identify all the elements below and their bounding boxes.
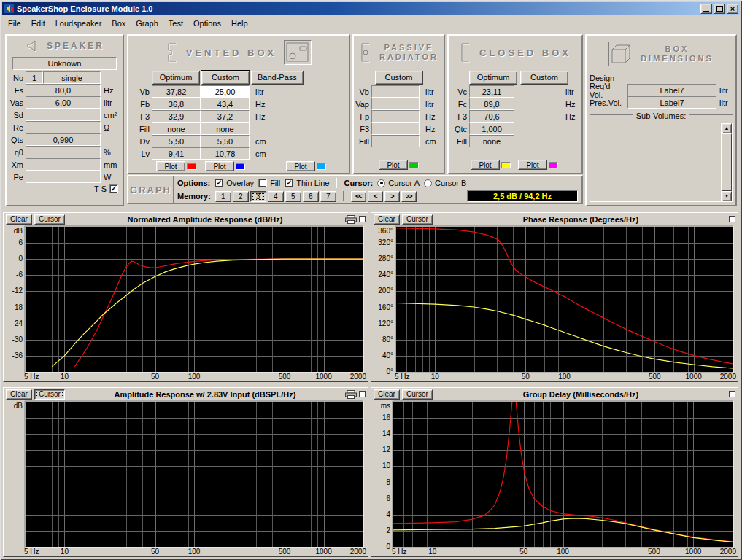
cursor-button[interactable]: Cursor <box>402 389 433 400</box>
clear-button[interactable]: Clear <box>374 389 400 400</box>
passive-radiator-plot-custom-button[interactable]: Plot <box>379 160 408 170</box>
menu-item-graph[interactable]: Graph <box>131 17 163 30</box>
cursor-next-button[interactable]: > <box>384 191 400 202</box>
value-cell[interactable] <box>371 135 420 147</box>
cursor-first-button[interactable]: << <box>351 191 366 202</box>
minimize-button[interactable] <box>700 4 712 14</box>
value-cell[interactable]: 5,50 <box>201 135 250 147</box>
value-cell[interactable]: 1 <box>26 71 43 84</box>
plot-background[interactable] <box>396 227 733 372</box>
vented-optimum-button[interactable]: Optimum <box>152 71 200 85</box>
cursor-button[interactable]: Cursor <box>402 214 433 225</box>
value-cell[interactable]: 89,8 <box>469 98 514 110</box>
memory-button-2[interactable]: 2 <box>233 191 249 202</box>
speaker-name-field[interactable]: Unknown <box>12 57 117 70</box>
radio-cursor-b[interactable] <box>424 179 432 187</box>
option-thin-line[interactable]: ✓Thin Line <box>285 179 329 187</box>
scroll-up-button[interactable]: ▲ <box>722 123 732 133</box>
graph-corner-box[interactable] <box>359 216 366 222</box>
checkbox-thin-line[interactable]: ✓ <box>285 179 293 187</box>
value-cell[interactable]: none <box>201 122 250 135</box>
value-cell[interactable]: Label7 <box>627 84 716 96</box>
sub-volumes-list[interactable]: ▲ ▼ <box>590 122 733 202</box>
value-cell[interactable] <box>26 171 101 183</box>
value-cell[interactable]: 6,00 <box>26 96 101 109</box>
menu-item-edit[interactable]: Edit <box>26 17 50 30</box>
value-cell[interactable] <box>371 85 420 98</box>
passive-radiator-custom-button[interactable]: Custom <box>375 71 423 85</box>
value-cell[interactable] <box>371 122 420 135</box>
radio-cursor-a[interactable] <box>377 179 385 187</box>
value-cell[interactable]: 70,6 <box>469 110 514 122</box>
plot-background[interactable] <box>393 402 733 547</box>
clear-button[interactable]: Clear <box>6 389 32 400</box>
cursor-last-button[interactable]: >> <box>401 191 417 202</box>
value-cell[interactable] <box>26 109 101 121</box>
vented-plot-band-pass-button[interactable]: Plot <box>286 161 315 171</box>
closed-optimum-button[interactable]: Optimum <box>469 71 517 85</box>
cursor-button[interactable]: Cursor <box>34 389 65 400</box>
close-button[interactable]: × <box>727 4 738 14</box>
scroll-thumb[interactable] <box>722 133 732 191</box>
value-cell[interactable]: 5,50 <box>152 135 201 147</box>
menu-item-box[interactable]: Box <box>107 17 131 30</box>
plot-area[interactable]: dB60-6-12-18-24-30-365 Hz105010050010002… <box>4 225 368 381</box>
value-cell[interactable]: 37,2 <box>201 110 250 122</box>
value-cell[interactable]: 0,990 <box>26 133 101 146</box>
value-cell[interactable]: 1,000 <box>469 122 514 135</box>
value-cell[interactable]: none <box>152 122 201 135</box>
vented-custom-button[interactable]: Custom <box>201 71 250 85</box>
sub-volumes-scrollbar[interactable]: ▲ ▼ <box>721 123 732 201</box>
value-cell[interactable]: 9,41 <box>152 147 201 160</box>
plot-area[interactable]: dB5 Hz105010050010002000 <box>4 400 368 556</box>
value-cell[interactable]: 80,0 <box>26 84 101 96</box>
option-overlay[interactable]: ✓Overlay <box>215 179 254 187</box>
plot-area[interactable]: ms16141210864205 Hz105010050010002000 <box>371 400 738 556</box>
memory-button-7[interactable]: 7 <box>320 191 336 202</box>
checkbox-fill[interactable] <box>258 179 267 187</box>
menu-item-test[interactable]: Test <box>163 17 188 30</box>
value-cell[interactable] <box>26 121 101 133</box>
value-cell[interactable] <box>371 98 420 110</box>
memory-button-5[interactable]: 5 <box>285 191 301 202</box>
maximize-button[interactable] <box>714 4 725 14</box>
vented-band-pass-button[interactable]: Band-Pass <box>251 71 304 85</box>
closed-plot-optimum-button[interactable]: Plot <box>471 160 500 170</box>
ts-checkbox[interactable]: ✓ <box>109 184 118 193</box>
value-cell[interactable]: 25,00 <box>201 85 250 98</box>
checkbox-overlay[interactable]: ✓ <box>215 179 223 187</box>
clear-button[interactable]: Clear <box>374 214 400 225</box>
menu-item-help[interactable]: Help <box>226 17 253 30</box>
printer-icon[interactable] <box>345 390 357 399</box>
value-cell[interactable]: 43,4 <box>201 98 250 110</box>
menu-item-loudspeaker[interactable]: Loudspeaker <box>50 17 107 30</box>
cursor-prev-button[interactable]: < <box>368 191 383 202</box>
value-cell[interactable]: single <box>43 71 101 84</box>
value-cell[interactable]: 36,8 <box>152 98 201 110</box>
value-cell[interactable] <box>371 110 420 122</box>
clear-button[interactable]: Clear <box>6 214 32 225</box>
closed-plot-custom-button[interactable]: Plot <box>518 160 547 170</box>
option-fill[interactable]: Fill <box>258 179 280 187</box>
plot-area[interactable]: 360°320°280°240°200°160°120°80°40°0°5 Hz… <box>371 225 738 381</box>
printer-icon[interactable] <box>345 215 357 224</box>
memory-button-4[interactable]: 4 <box>268 191 284 202</box>
closed-custom-button[interactable]: Custom <box>520 71 568 85</box>
value-cell[interactable]: Label7 <box>627 96 716 109</box>
value-cell[interactable]: 32,9 <box>152 110 201 122</box>
cursor-button[interactable]: Cursor <box>34 214 65 225</box>
graph-corner-box[interactable] <box>729 216 735 222</box>
title-bar[interactable]: SpeakerShop Enclosure Module 1.0 × <box>2 2 740 15</box>
menu-item-options[interactable]: Options <box>188 17 226 30</box>
value-cell[interactable]: none <box>469 135 514 147</box>
value-cell[interactable] <box>26 158 101 171</box>
value-cell[interactable]: 23,11 <box>469 85 514 98</box>
vented-plot-custom-button[interactable]: Plot <box>205 161 234 171</box>
value-cell[interactable]: 37,82 <box>152 85 201 98</box>
vented-plot-optimum-button[interactable]: Plot <box>156 161 185 171</box>
memory-button-3[interactable]: 3 <box>250 191 266 202</box>
memory-button-6[interactable]: 6 <box>303 191 319 202</box>
menu-item-file[interactable]: File <box>3 17 26 30</box>
option-cursor-a[interactable]: Cursor A <box>377 179 420 187</box>
memory-button-1[interactable]: 1 <box>215 191 231 202</box>
